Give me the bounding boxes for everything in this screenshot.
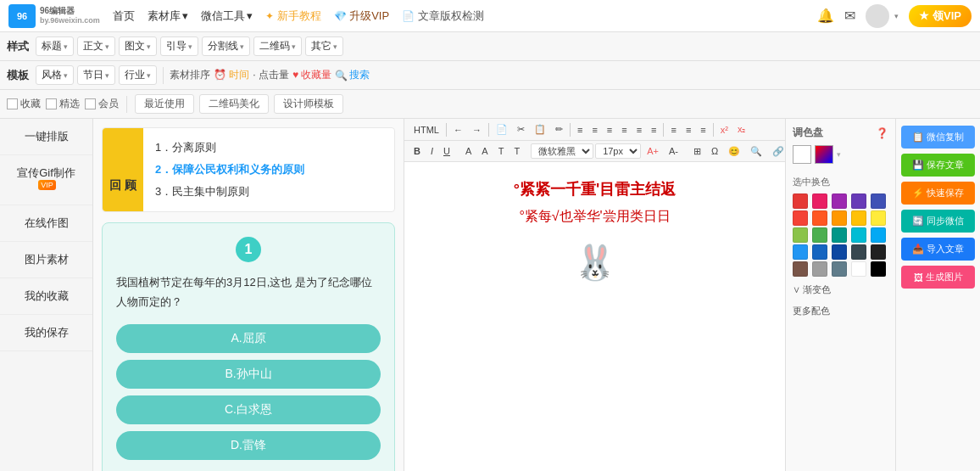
color-swatch[interactable] (851, 261, 866, 277)
divider-select[interactable]: 分割线 ▾ (202, 36, 250, 56)
huigu-item-3[interactable]: 3．民主集中制原则 (155, 181, 304, 203)
color-swatch[interactable] (832, 227, 847, 243)
nav-vip[interactable]: 💎 升级VIP (334, 8, 390, 24)
color-swatch[interactable] (832, 193, 847, 209)
mail-icon[interactable]: ✉ (844, 8, 855, 24)
outdent-btn[interactable]: ≡ (647, 123, 660, 137)
other-select[interactable]: 其它 ▾ (305, 36, 343, 56)
letter-spacing-btn[interactable]: ≡ (682, 123, 695, 137)
image-text-select[interactable]: 图文 ▾ (119, 36, 157, 56)
recent-tag[interactable]: 最近使用 (135, 94, 194, 114)
notification-icon[interactable]: 🔔 (817, 8, 834, 24)
sidebar-item-gif[interactable]: 宣传Gif制作 VIP (0, 155, 92, 205)
color-swatch[interactable] (832, 261, 847, 277)
color-swatch[interactable] (871, 261, 886, 277)
bold-btn[interactable]: B (409, 144, 425, 158)
color-swatch[interactable] (851, 210, 866, 226)
color-swatch[interactable] (851, 193, 866, 209)
logo[interactable]: 96 96编辑器 by.96weixin.com (8, 4, 100, 28)
title-select[interactable]: 标题 ▾ (36, 36, 74, 56)
sort-time-btn[interactable]: ⏰ 时间 (214, 68, 249, 82)
designer-tag[interactable]: 设计师模板 (274, 94, 343, 114)
indent-btn[interactable]: ≡ (632, 123, 646, 137)
search-button[interactable]: 🔍 搜索 (335, 68, 370, 82)
quiz-option-b[interactable]: B.孙中山 (116, 360, 381, 389)
text-t2-btn[interactable]: T (509, 144, 524, 158)
color-swatch[interactable] (851, 227, 866, 243)
undo-btn[interactable]: ← (449, 123, 467, 137)
font-family-select[interactable]: 微软雅黑 (531, 143, 593, 159)
style-select[interactable]: 风格 ▾ (36, 65, 74, 85)
font-size-select[interactable]: 17px (595, 143, 641, 159)
color-none-swatch[interactable] (793, 145, 811, 164)
font-size-down-btn[interactable]: A- (665, 144, 682, 158)
nav-home[interactable]: 首页 (113, 8, 135, 24)
color-swatch[interactable] (812, 210, 827, 226)
nav-wechat-tools[interactable]: 微信工具 ▾ (201, 8, 253, 24)
html-btn[interactable]: HTML (409, 123, 443, 137)
nav-materials[interactable]: 素材库 ▾ (148, 8, 188, 24)
import-article-button[interactable]: 📥 导入文章 (901, 238, 975, 261)
color-swatch[interactable] (793, 244, 808, 260)
get-vip-button[interactable]: ★ 领VIP (909, 5, 972, 27)
nav-tutorial[interactable]: ✦ 新手教程 (265, 8, 321, 24)
quick-save-button[interactable]: ⚡ 快速保存 (901, 182, 975, 205)
subscript-btn[interactable]: x₂ (733, 122, 750, 137)
format-btn[interactable]: ✏ (551, 122, 567, 137)
underline-btn[interactable]: U (439, 144, 454, 158)
color-swatch[interactable] (851, 244, 866, 260)
color-swatch[interactable] (871, 244, 886, 260)
help-icon[interactable]: ❓ (876, 127, 888, 139)
align-right-btn[interactable]: ≡ (603, 123, 616, 137)
color-swatch[interactable] (793, 227, 808, 243)
color-swatch[interactable] (832, 210, 847, 226)
doc-btn[interactable]: 📄 (492, 122, 512, 137)
para-spacing-btn[interactable]: ≡ (696, 123, 710, 137)
color-swatch[interactable] (871, 193, 886, 209)
table-btn[interactable]: ⊞ (689, 144, 705, 159)
guide-select[interactable]: 引导 ▾ (160, 36, 198, 56)
sidebar-item-saves[interactable]: 我的保存 (0, 315, 92, 351)
sort-favorites-btn[interactable]: ♥ 收藏量 (292, 68, 331, 82)
emoji-btn[interactable]: 😊 (724, 144, 744, 159)
text-t1-btn[interactable]: T (494, 144, 509, 158)
color-swatch[interactable] (793, 261, 808, 277)
color-swatch[interactable] (812, 227, 827, 243)
qrcode-select[interactable]: 二维码 ▾ (253, 36, 302, 56)
favorites-checkbox[interactable]: 收藏 (7, 97, 41, 111)
align-justify-btn[interactable]: ≡ (617, 123, 631, 137)
search-in-editor-btn[interactable]: 🔍 (746, 144, 766, 159)
body-select[interactable]: 正文 ▾ (77, 36, 115, 56)
quiz-option-d[interactable]: D.雷锋 (116, 431, 381, 460)
qrcode-tag[interactable]: 二维码美化 (199, 94, 269, 114)
wechat-copy-button[interactable]: 📋 微信复制 (901, 126, 975, 149)
highlight-btn[interactable]: A (477, 144, 492, 158)
quiz-option-a[interactable]: A.屈原 (116, 324, 381, 353)
editor-content[interactable]: °紧紧一千重'目雷主结返 °紧每√也举华'尝用类日日 🐰 (404, 162, 785, 471)
user-dropdown-icon[interactable]: ▾ (894, 12, 899, 20)
color-swatch[interactable] (832, 244, 847, 260)
sidebar-item-drawing[interactable]: 在线作图 (0, 205, 92, 242)
font-color-btn[interactable]: A (461, 144, 476, 158)
color-swatch[interactable] (871, 210, 886, 226)
italic-btn[interactable]: I (426, 144, 437, 158)
industry-select[interactable]: 行业 ▾ (119, 65, 157, 85)
holiday-select[interactable]: 节日 ▾ (77, 65, 115, 85)
more-colors-button[interactable]: 更多配色 (793, 303, 888, 319)
cut-btn[interactable]: ✂ (513, 122, 529, 137)
gradient-button[interactable]: ∨ 渐变色 (793, 282, 888, 298)
color-swatch[interactable] (871, 227, 886, 243)
special-char-btn[interactable]: Ω (707, 144, 722, 158)
huigu-item-2[interactable]: 2．保障公民权利和义务的原则 (155, 159, 304, 181)
superscript-btn[interactable]: x² (716, 123, 732, 137)
huigu-item-1[interactable]: 1．分离原则 (155, 137, 304, 159)
color-expand-icon[interactable]: ▾ (837, 150, 841, 159)
nav-copyright[interactable]: 📄 文章版权检测 (402, 8, 484, 24)
color-swatch[interactable] (812, 261, 827, 277)
color-swatch[interactable] (793, 193, 808, 209)
line-height-btn[interactable]: ≡ (666, 123, 680, 137)
member-checkbox[interactable]: 会员 (85, 97, 119, 111)
align-left-btn[interactable]: ≡ (573, 123, 587, 137)
sidebar-item-layout[interactable]: 一键排版 (0, 119, 92, 155)
paste-btn[interactable]: 📋 (530, 122, 550, 137)
